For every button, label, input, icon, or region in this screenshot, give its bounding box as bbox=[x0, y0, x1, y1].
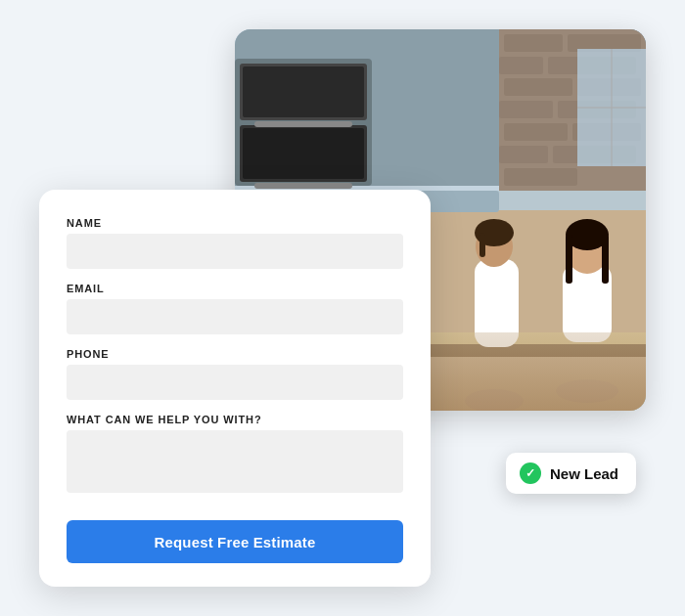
svg-rect-50 bbox=[602, 235, 609, 284]
email-field-group: EMAIL bbox=[67, 283, 403, 334]
svg-rect-19 bbox=[243, 66, 364, 117]
svg-rect-15 bbox=[504, 168, 577, 186]
email-label: EMAIL bbox=[67, 283, 403, 294]
submit-button[interactable]: Request Free Estimate bbox=[67, 520, 403, 563]
svg-rect-3 bbox=[504, 34, 563, 52]
svg-rect-11 bbox=[504, 123, 568, 141]
name-field-group: NAME bbox=[67, 217, 403, 269]
phone-field-group: PHONE bbox=[67, 348, 403, 400]
svg-rect-49 bbox=[566, 235, 572, 284]
checkmark-icon bbox=[520, 462, 541, 484]
phone-input[interactable] bbox=[67, 365, 403, 400]
name-label: NAME bbox=[67, 217, 403, 229]
svg-rect-5 bbox=[499, 57, 543, 74]
svg-rect-9 bbox=[499, 101, 553, 118]
svg-rect-13 bbox=[499, 146, 548, 163]
help-field-group: WHAT CAN WE HELP YOU WITH? bbox=[67, 414, 403, 497]
new-lead-label: New Lead bbox=[550, 465, 618, 482]
svg-rect-7 bbox=[504, 78, 572, 96]
help-label: WHAT CAN WE HELP YOU WITH? bbox=[67, 414, 403, 425]
svg-rect-20 bbox=[243, 128, 364, 179]
form-card: NAME EMAIL PHONE WHAT CAN WE HELP YOU WI… bbox=[39, 190, 431, 587]
svg-rect-21 bbox=[254, 121, 352, 127]
phone-label: PHONE bbox=[67, 348, 403, 360]
email-input[interactable] bbox=[67, 299, 403, 334]
svg-rect-22 bbox=[254, 183, 352, 189]
help-textarea[interactable] bbox=[67, 430, 403, 493]
name-input[interactable] bbox=[67, 234, 403, 269]
new-lead-badge: New Lead bbox=[506, 453, 636, 494]
scene-container: NAME EMAIL PHONE WHAT CAN WE HELP YOU WI… bbox=[39, 29, 646, 587]
svg-rect-44 bbox=[480, 233, 485, 257]
